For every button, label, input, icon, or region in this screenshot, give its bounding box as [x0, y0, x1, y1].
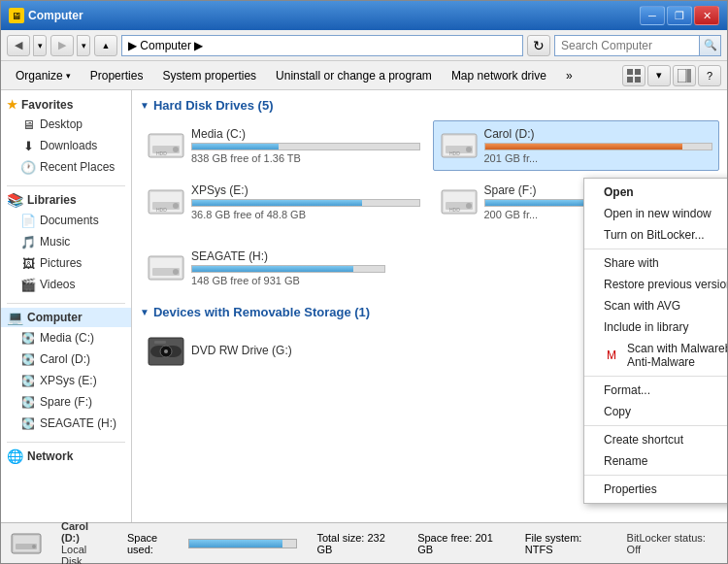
map-network-button[interactable]: Map network drive: [443, 64, 555, 87]
cm-sep-2: [584, 376, 727, 377]
cm-sep-3: [584, 425, 727, 426]
minimize-button[interactable]: ─: [640, 6, 665, 25]
cm-scan-avg[interactable]: Scan with AVG: [584, 295, 727, 316]
network-section: 🌐 Network: [1, 447, 131, 466]
search-input[interactable]: [561, 39, 693, 52]
divider-3: [7, 442, 125, 443]
svg-rect-0: [627, 69, 633, 75]
cm-include-library[interactable]: Include in library ▶: [584, 316, 727, 338]
music-icon: 🎵: [20, 234, 36, 249]
carol-d-icon: 💽: [20, 351, 36, 367]
forward-button[interactable]: ▶: [50, 35, 74, 56]
drive-seagate-h[interactable]: SEAGATE (H:) 148 GB free of 931 GB: [140, 243, 392, 293]
drive-seagate-h-bar-container: [191, 265, 385, 273]
drive-seagate-h-info: SEAGATE (H:) 148 GB free of 931 GB: [191, 249, 385, 286]
drive-seagate-h-name: SEAGATE (H:): [191, 249, 385, 263]
search-button[interactable]: 🔍: [700, 35, 721, 56]
drive-carol-d-icon: HDD: [440, 126, 479, 165]
status-total-size: Total size: 232 GB: [316, 532, 398, 555]
more-button[interactable]: »: [557, 64, 581, 87]
svg-text:HDD: HDD: [449, 150, 460, 156]
toolbar-right: ▾ ?: [622, 65, 721, 86]
cm-copy[interactable]: Copy: [584, 401, 727, 422]
drive-xpsys-e-info: XPSys (E:) 36.8 GB free of 48.8 GB: [191, 183, 420, 220]
drive-seagate-h-free: 148 GB free of 931 GB: [191, 275, 385, 286]
status-drive-name: Carol (D:): [61, 520, 108, 544]
libraries-header[interactable]: 📚 Libraries: [1, 190, 131, 210]
sidebar-item-xpsys-e[interactable]: 💽 XPSys (E:): [1, 370, 131, 391]
favorites-header[interactable]: ★ Favorites: [1, 96, 131, 114]
svg-rect-4: [678, 69, 686, 83]
help-button[interactable]: ?: [698, 65, 721, 86]
forward-dropdown[interactable]: ▾: [77, 35, 90, 56]
drive-carol-d-bar: [485, 144, 682, 149]
cm-create-shortcut[interactable]: Create shortcut: [584, 429, 727, 450]
properties-button[interactable]: Properties: [82, 64, 152, 87]
status-drive-icon: [11, 528, 42, 559]
sidebar-item-downloads[interactable]: ⬇ Downloads: [1, 135, 131, 156]
drive-xpsys-e-icon: HDD: [147, 182, 185, 221]
status-bar-fill: [189, 540, 282, 547]
system-properties-button[interactable]: System properties: [153, 64, 265, 87]
svg-rect-5: [687, 69, 691, 83]
hard-disk-header: ▼ Hard Disk Drives (5): [140, 98, 719, 113]
status-space-free: Space free: 201 GB: [417, 532, 506, 555]
title-bar: 🖥 Computer ─ ❐ ✕: [1, 1, 727, 30]
divider-1: [7, 185, 125, 186]
removable-label: Devices with Removable Storage (1): [153, 305, 370, 319]
back-button[interactable]: ◀: [7, 35, 30, 56]
sidebar-item-media-c[interactable]: 💽 Media (C:): [1, 327, 131, 348]
seagate-h-icon: 💽: [20, 415, 36, 431]
main-area: ★ Favorites 🖥 Desktop ⬇ Downloads 🕐 Rece…: [1, 90, 727, 522]
computer-header[interactable]: 💻 Computer: [1, 308, 131, 327]
svg-point-29: [173, 269, 179, 275]
cm-format[interactable]: Format...: [584, 380, 727, 401]
drive-carol-d[interactable]: HDD Carol (D:) 201 GB fr...: [433, 120, 720, 171]
svg-text:HDD: HDD: [449, 207, 460, 213]
sidebar-item-spare-f[interactable]: 💽 Spare (F:): [1, 391, 131, 413]
cm-share-with[interactable]: Share with ▶: [584, 252, 727, 274]
cm-restore-prev[interactable]: Restore previous versions: [584, 274, 727, 295]
view-toggle-button[interactable]: [622, 65, 645, 86]
refresh-button[interactable]: ↻: [527, 35, 550, 56]
sidebar-item-videos[interactable]: 🎬 Videos: [1, 274, 131, 295]
window-icon: 🖥: [9, 8, 24, 23]
context-menu: Open Open in new window Turn on BitLocke…: [583, 178, 727, 504]
sidebar-item-carol-d[interactable]: 💽 Carol (D:): [1, 348, 131, 370]
view-dropdown-button[interactable]: ▾: [647, 65, 671, 86]
sidebar-item-seagate-h[interactable]: 💽 SEAGATE (H:): [1, 413, 131, 434]
desktop-icon: 🖥: [20, 116, 36, 132]
network-header[interactable]: 🌐 Network: [1, 447, 131, 466]
up-button[interactable]: ▲: [94, 35, 117, 56]
sidebar-item-pictures[interactable]: 🖼 Pictures: [1, 252, 131, 274]
close-button[interactable]: ✕: [694, 6, 719, 25]
back-dropdown[interactable]: ▾: [33, 35, 47, 56]
content-area: ▼ Hard Disk Drives (5) HDD: [132, 90, 727, 522]
drive-xpsys-e[interactable]: HDD XPSys (E:) 36.8 GB free of 48.8 GB: [140, 177, 427, 227]
sidebar-item-music[interactable]: 🎵 Music: [1, 231, 131, 252]
restore-button[interactable]: ❐: [667, 6, 692, 25]
drive-media-c-bar-container: [191, 143, 420, 150]
cm-properties[interactable]: Properties: [584, 479, 727, 500]
spare-f-icon: 💽: [20, 394, 36, 410]
svg-point-38: [32, 545, 36, 548]
address-bar: ◀ ▾ ▶ ▾ ▲ ▶ Computer ▶ ↻ 🔍: [1, 30, 727, 61]
sidebar-item-documents[interactable]: 📄 Documents: [1, 210, 131, 231]
drive-seagate-h-icon: [147, 249, 185, 287]
downloads-icon: ⬇: [20, 138, 36, 153]
address-path[interactable]: ▶ Computer ▶: [121, 35, 523, 56]
cm-rename[interactable]: Rename: [584, 450, 727, 472]
uninstall-button[interactable]: Uninstall or change a program: [267, 64, 441, 87]
cm-scan-malwarebytes[interactable]: M Scan with Malwarebytes' Anti-Malware: [584, 338, 727, 373]
sidebar-item-desktop[interactable]: 🖥 Desktop: [1, 114, 131, 135]
cm-open-new-window[interactable]: Open in new window: [584, 203, 727, 224]
sidebar-item-recent-places[interactable]: 🕐 Recent Places: [1, 156, 131, 178]
computer-icon: 💻: [7, 310, 23, 325]
preview-pane-button[interactable]: [673, 65, 696, 86]
drive-media-c[interactable]: HDD Media (C:) 838 GB free of 1.36 TB: [140, 120, 427, 171]
cm-open[interactable]: Open: [584, 182, 727, 203]
organize-button[interactable]: Organize ▾: [7, 64, 80, 87]
documents-icon: 📄: [20, 213, 36, 228]
cm-bitlocker[interactable]: Turn on BitLocker...: [584, 224, 727, 246]
svg-text:HDD: HDD: [156, 150, 167, 156]
